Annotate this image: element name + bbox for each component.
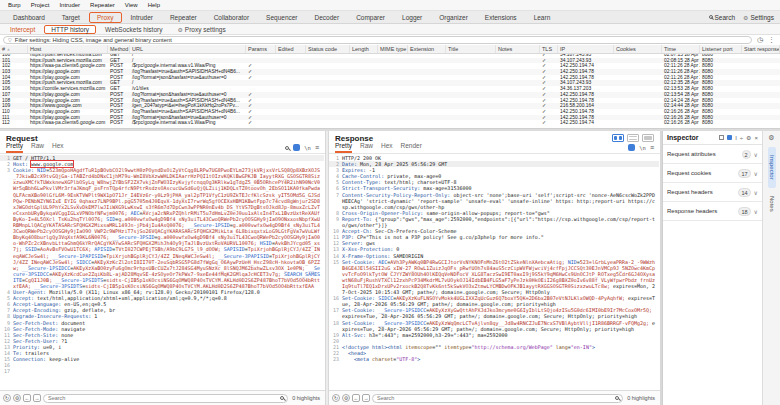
menu-burp[interactable]: Burp bbox=[3, 2, 26, 8]
menu-intruder[interactable]: Intruder bbox=[54, 2, 85, 8]
request-search-input[interactable] bbox=[48, 394, 278, 402]
text-cursor-icon[interactable]: I bbox=[735, 135, 737, 141]
subtab-http-history[interactable]: HTTP history bbox=[44, 25, 96, 34]
tab-decoder[interactable]: Decoder bbox=[307, 12, 348, 23]
tab-hex[interactable]: Hex bbox=[52, 142, 64, 153]
code-line: 23 <meta charset="UTF-8"> bbox=[329, 356, 659, 362]
column-header-extension[interactable]: Extension bbox=[408, 45, 446, 53]
search-button[interactable]: Search bbox=[709, 14, 736, 21]
column-header-host[interactable]: Host bbox=[28, 45, 108, 53]
dock-right-icon[interactable] bbox=[727, 135, 732, 140]
tab-target[interactable]: Target bbox=[54, 12, 88, 23]
search-history-icon[interactable]: ↻ bbox=[332, 394, 340, 402]
layout-tabs-button[interactable] bbox=[642, 134, 654, 142]
tab-organizer[interactable]: Organizer bbox=[431, 12, 476, 23]
tab-intruder[interactable]: Intruder bbox=[123, 12, 161, 23]
editor-menu-icon[interactable]: ≡ bbox=[650, 145, 654, 151]
previous-match-button[interactable]: ← bbox=[352, 394, 360, 402]
tab-extensions[interactable]: Extensions bbox=[477, 12, 525, 23]
next-match-button[interactable]: → bbox=[362, 394, 370, 402]
code-token: AKEyXzKuFLNSOYvMokk4UGLIXXZqUcGuz6Q7boxY… bbox=[396, 295, 628, 301]
editor-menu-icon[interactable]: ≡ bbox=[315, 145, 319, 151]
history-clock-icon[interactable]: ◷ bbox=[757, 36, 763, 44]
menu-repeater[interactable]: Repeater bbox=[85, 2, 120, 8]
code-token: SID bbox=[106, 216, 115, 222]
inspector-section-response-headers[interactable]: Response headers18∨ bbox=[663, 202, 762, 221]
tab-collaborator[interactable]: Collaborator bbox=[206, 12, 257, 23]
column-header-num[interactable]: #∧ bbox=[0, 45, 28, 53]
line-number: 18 bbox=[329, 320, 342, 332]
layout-columns-button[interactable] bbox=[612, 134, 624, 142]
inspector-section-request-cookies[interactable]: Request cookies17∨ bbox=[663, 164, 762, 183]
gear-icon[interactable]: ⚙ bbox=[746, 134, 751, 141]
tab-raw[interactable]: Raw bbox=[31, 142, 44, 153]
subtab-proxy-settings[interactable]: ⚙Proxy settings bbox=[171, 25, 231, 34]
side-tab-notes[interactable]: Notes bbox=[768, 188, 776, 220]
search-settings-gear-icon[interactable]: ⚙ bbox=[13, 394, 21, 402]
tab-hex[interactable]: Hex bbox=[381, 142, 393, 153]
filter-settings-field[interactable]: ▽ Filter settings: Hiding CSS, image and… bbox=[3, 36, 752, 44]
response-search-input[interactable] bbox=[377, 394, 613, 402]
tab-raw[interactable]: Raw bbox=[360, 142, 373, 153]
split-view-icon[interactable]: ÷ bbox=[740, 135, 743, 141]
column-header-params[interactable]: Params bbox=[246, 45, 276, 53]
column-header-title[interactable]: Title bbox=[446, 45, 496, 53]
settings-button[interactable]: ⚙ Settings bbox=[743, 14, 774, 21]
tab-repeater[interactable]: Repeater bbox=[162, 12, 205, 23]
subtab-websockets-history[interactable]: WebSockets history bbox=[99, 25, 168, 34]
column-header-tls[interactable]: TLS bbox=[540, 45, 558, 53]
code-token: Cache-Control: bbox=[342, 173, 384, 179]
syntax-highlight-icon[interactable] bbox=[293, 144, 300, 151]
column-header-notes[interactable]: Notes bbox=[496, 45, 540, 53]
tab-comparer[interactable]: Comparer bbox=[348, 12, 393, 23]
column-header-edited[interactable]: Edited bbox=[276, 45, 306, 53]
tab-learn[interactable]: Learn bbox=[526, 12, 559, 23]
undock-icon[interactable] bbox=[719, 135, 724, 140]
tab-render[interactable]: Render bbox=[401, 142, 422, 153]
layout-rows-button[interactable] bbox=[627, 134, 639, 142]
column-header-cookies[interactable]: Cookies bbox=[614, 45, 662, 53]
main-tab-bar-right: Search ⚙ Settings bbox=[709, 14, 780, 21]
kebab-menu-icon[interactable]: ⋮ bbox=[768, 36, 775, 44]
show-newlines-icon[interactable]: \n bbox=[639, 145, 646, 151]
tab-sequencer[interactable]: Sequencer bbox=[258, 12, 305, 23]
tab-logger[interactable]: Logger bbox=[394, 12, 430, 23]
code-token: u=0, i bbox=[40, 344, 61, 350]
column-header-status-code[interactable]: Status code bbox=[306, 45, 350, 53]
side-tab-inspector[interactable]: Inspector bbox=[768, 147, 776, 188]
gear-icon[interactable]: ⚙ bbox=[768, 134, 774, 142]
close-icon[interactable]: × bbox=[754, 135, 758, 141]
previous-match-button[interactable]: ← bbox=[23, 394, 31, 402]
tab-pretty[interactable]: Pretty bbox=[335, 142, 352, 153]
search-history-icon[interactable]: ↻ bbox=[3, 394, 11, 402]
column-header-time[interactable]: Time bbox=[662, 45, 700, 53]
tab-pretty[interactable]: Pretty bbox=[6, 142, 23, 153]
code-token: none bbox=[58, 332, 73, 338]
column-header-length[interactable]: Length bbox=[350, 45, 378, 53]
syntax-highlight-icon[interactable] bbox=[628, 144, 635, 151]
code-token: Accept-Language: bbox=[13, 301, 61, 307]
column-header-start-response-time[interactable]: Start response ti... bbox=[742, 45, 780, 53]
tab-proxy[interactable]: Proxy bbox=[89, 12, 122, 23]
tab-dashboard[interactable]: Dashboard bbox=[5, 12, 53, 23]
request-editor[interactable]: 1GET / HTTP/1.12Host: www.google.com3Coo… bbox=[0, 155, 324, 390]
menu-help[interactable]: Help bbox=[143, 2, 165, 8]
code-token: SAMEORIGIN bbox=[390, 253, 423, 259]
column-header-method[interactable]: Method bbox=[108, 45, 130, 53]
column-header-ip[interactable]: IP bbox=[558, 45, 614, 53]
next-match-button[interactable]: → bbox=[33, 394, 41, 402]
search-settings-gear-icon[interactable]: ⚙ bbox=[342, 394, 350, 402]
filter-bar: ▽ Filter settings: Hiding CSS, image and… bbox=[0, 35, 780, 45]
column-header-url[interactable]: URL bbox=[130, 45, 246, 53]
subtab-intercept[interactable]: Intercept bbox=[4, 25, 41, 34]
column-header-listener-port[interactable]: Listener port bbox=[700, 45, 742, 53]
response-editor[interactable]: 1HTTP/2 200 OK2Date: Mon, 28 Apr 2025 05… bbox=[329, 155, 659, 390]
inspector-section-request-attributes[interactable]: Request attributes2∨ bbox=[663, 145, 762, 164]
menu-project[interactable]: Project bbox=[26, 2, 55, 8]
search-in-editor-icon[interactable] bbox=[285, 146, 289, 150]
show-newlines-icon[interactable]: \n bbox=[304, 145, 311, 151]
column-header-mime-type[interactable]: MIME type bbox=[378, 45, 408, 53]
menu-view[interactable]: View bbox=[120, 2, 143, 8]
inspector-section-request-headers[interactable]: Request headers14∨ bbox=[663, 183, 762, 202]
table-row[interactable]: 112https://waa-pa.clients6.google.comPOS… bbox=[0, 120, 780, 126]
